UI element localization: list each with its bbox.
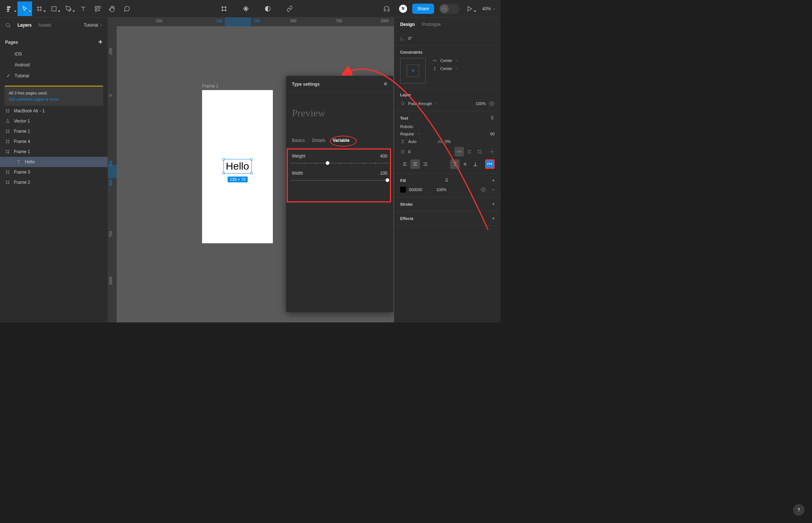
width-slider[interactable] [292,180,387,181]
upgrade-text: All 3 free pages used. [9,90,99,96]
layer-name: Hello [25,159,35,164]
zoom-dropdown[interactable]: 40% [482,6,495,11]
paragraph-spacing-input[interactable]: 0 [408,150,410,154]
dev-mode-toggle[interactable] [439,4,460,14]
add-stroke-button[interactable]: + [492,202,495,207]
pen-tool-button[interactable] [61,1,76,16]
svg-rect-14 [478,150,481,153]
layer-item[interactable]: MacBook Air - 1 [0,106,108,116]
line-height-input[interactable]: Auto [408,139,417,144]
layer-item[interactable]: Frame 2 [0,177,108,187]
rotation-value[interactable]: 0° [408,36,412,40]
add-effect-button[interactable]: + [492,216,495,221]
font-dropdown[interactable]: Roboto [400,124,413,129]
vertical-icon [432,66,437,71]
prototype-tab[interactable]: Prototype [422,22,441,27]
link-button[interactable] [282,1,297,16]
svg-point-16 [483,189,484,190]
slider-thumb[interactable] [386,178,389,182]
resources-button[interactable] [90,1,105,16]
constraint-widget[interactable]: + [400,58,426,84]
align-bottom-button[interactable] [471,159,480,169]
add-fill-button[interactable]: + [492,178,495,183]
layer-item[interactable]: Frame 1 [0,126,108,136]
fill-style-button[interactable]: ⠿ [445,178,449,183]
fixed-size-button[interactable] [475,147,484,156]
edit-object-button[interactable] [217,1,231,16]
frame-tool-button[interactable] [32,1,47,16]
canvas[interactable]: -250 126 265 500 750 1000 -250 0 386 456… [108,18,394,322]
auto-height-button[interactable] [465,147,474,156]
frame-label[interactable]: Frame 1 [202,84,219,89]
vector-icon [5,119,10,124]
fill-swatch[interactable] [400,187,406,193]
opacity-input[interactable]: 100% [476,101,486,106]
align-left-button[interactable] [400,159,410,169]
search-icon[interactable] [5,22,11,28]
layer-item[interactable]: Frame 4 [0,136,108,147]
shape-tool-button[interactable] [47,1,61,16]
present-button[interactable] [465,1,477,16]
selection-handle[interactable] [223,172,225,174]
auto-width-button[interactable] [455,147,464,156]
slider-thumb[interactable] [326,161,329,165]
share-button[interactable]: Share [412,4,434,14]
hand-tool-button[interactable] [105,1,120,16]
file-dropdown[interactable]: Tutorial [84,23,103,28]
basics-tab[interactable]: Basics [292,133,305,147]
align-top-button[interactable] [450,159,460,169]
hand-icon [109,5,116,12]
add-page-button[interactable]: + [98,38,103,46]
font-size-input[interactable]: 60 [490,132,495,136]
close-button[interactable]: × [383,80,387,88]
assets-tab[interactable]: Assets [38,23,51,28]
component-icon [243,5,249,12]
edit-object-icon [221,5,227,12]
weight-slider[interactable] [292,163,387,163]
page-item-ios[interactable]: iOS [0,49,108,59]
details-tab[interactable]: Details [312,133,325,147]
pen-icon [65,5,72,12]
eye-icon[interactable] [480,187,486,193]
align-middle-button[interactable] [460,159,470,169]
page-item-tutorial[interactable]: Tutorial [0,70,108,81]
selection-handle[interactable] [250,158,252,160]
blend-mode-dropdown[interactable]: Pass through [408,101,432,106]
fill-hex-input[interactable]: 000000 [409,187,422,192]
comment-tool-button[interactable] [120,1,134,16]
constraint-h-dropdown[interactable]: Center [440,58,452,63]
user-avatar[interactable]: N [399,5,407,13]
text-icon [16,159,21,164]
design-tab[interactable]: Design [400,22,415,27]
chevron-down-icon [455,67,458,70]
mask-button[interactable] [260,1,275,16]
letter-spacing-input[interactable]: 0% [445,139,451,144]
text-tool-button[interactable] [76,1,90,16]
remove-fill-button[interactable]: − [492,187,495,192]
align-right-button[interactable] [421,159,430,169]
page-item-android[interactable]: Android [0,59,108,70]
weight-dropdown[interactable]: Regular [400,132,414,136]
audio-button[interactable] [379,1,394,16]
ruler-mark: 265 [254,19,260,23]
constraint-v-dropdown[interactable]: Center [440,66,452,71]
type-details-button[interactable]: ••• [485,159,495,169]
layer-item[interactable]: Frame 1 [0,147,108,157]
settings-icon[interactable] [490,149,495,154]
upgrade-link[interactable]: Get unlimited pages & more [9,96,99,102]
move-tool-button[interactable] [18,1,32,16]
fill-opacity-input[interactable]: 100% [436,187,446,192]
selected-text[interactable]: Hello [223,159,252,174]
eye-icon[interactable] [489,101,495,106]
layers-tab[interactable]: Layers [18,23,32,28]
selection-handle[interactable] [250,172,252,174]
align-center-button[interactable] [410,159,420,169]
layer-item[interactable]: Frame 3 [0,167,108,177]
component-button[interactable] [239,1,253,16]
selection-handle[interactable] [223,158,225,160]
layer-item-selected[interactable]: Hello [0,157,108,167]
main-menu-button[interactable] [0,1,18,16]
variable-tab[interactable]: Variable [333,133,349,147]
layer-item[interactable]: Vector 1 [0,116,108,126]
style-button[interactable]: ⠿ [491,116,495,121]
